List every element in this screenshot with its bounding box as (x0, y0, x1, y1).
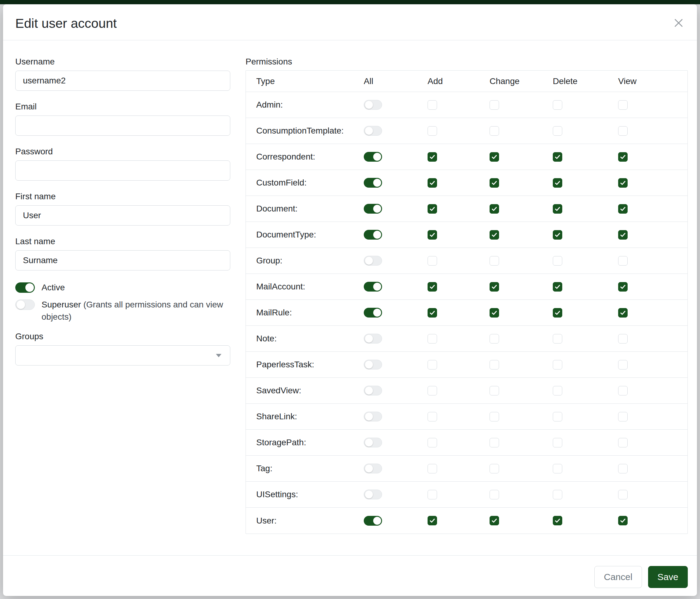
view-checkbox[interactable] (618, 256, 628, 266)
change-checkbox[interactable] (490, 100, 499, 110)
delete-checkbox[interactable] (553, 178, 562, 188)
add-checkbox[interactable] (428, 464, 437, 473)
all-toggle[interactable] (364, 516, 382, 526)
add-checkbox[interactable] (428, 334, 437, 343)
change-checkbox[interactable] (490, 308, 499, 317)
permission-type-label: ConsumptionTemplate: (246, 126, 353, 136)
all-toggle[interactable] (364, 256, 382, 266)
change-checkbox[interactable] (490, 152, 499, 162)
delete-checkbox[interactable] (553, 464, 562, 473)
close-button[interactable] (671, 16, 686, 31)
column-header-change: Change (479, 76, 543, 86)
add-checkbox[interactable] (428, 360, 437, 369)
change-checkbox[interactable] (490, 230, 499, 240)
change-checkbox[interactable] (490, 490, 499, 499)
view-checkbox[interactable] (618, 386, 628, 396)
add-checkbox[interactable] (428, 126, 437, 136)
delete-checkbox[interactable] (553, 360, 562, 369)
all-toggle[interactable] (364, 386, 382, 396)
view-checkbox[interactable] (618, 282, 628, 291)
permissions-panel: Permissions Type All Add Change Delete V… (246, 57, 688, 549)
view-checkbox[interactable] (618, 516, 628, 525)
change-checkbox[interactable] (490, 126, 499, 136)
view-checkbox[interactable] (618, 464, 628, 473)
delete-checkbox[interactable] (553, 386, 562, 396)
delete-checkbox[interactable] (553, 516, 562, 525)
delete-checkbox[interactable] (553, 204, 562, 214)
all-toggle[interactable] (364, 204, 382, 214)
password-input[interactable] (15, 161, 230, 181)
all-toggle[interactable] (364, 230, 382, 240)
add-checkbox[interactable] (428, 516, 437, 525)
view-checkbox[interactable] (618, 100, 628, 110)
view-checkbox[interactable] (618, 334, 628, 343)
add-checkbox[interactable] (428, 490, 437, 499)
add-checkbox[interactable] (428, 204, 437, 214)
cancel-button[interactable]: Cancel (594, 566, 642, 588)
groups-select[interactable] (15, 345, 230, 365)
all-toggle[interactable] (364, 438, 382, 448)
all-toggle[interactable] (364, 282, 382, 291)
superuser-toggle[interactable] (15, 300, 35, 310)
last-name-input[interactable] (15, 250, 230, 270)
view-checkbox[interactable] (618, 126, 628, 136)
delete-checkbox[interactable] (553, 152, 562, 162)
view-checkbox[interactable] (618, 152, 628, 162)
view-checkbox[interactable] (618, 360, 628, 369)
all-toggle[interactable] (364, 308, 382, 317)
all-toggle[interactable] (364, 360, 382, 369)
all-toggle[interactable] (364, 152, 382, 162)
all-toggle[interactable] (364, 100, 382, 110)
delete-checkbox[interactable] (553, 282, 562, 291)
all-toggle[interactable] (364, 412, 382, 422)
change-checkbox[interactable] (490, 282, 499, 291)
delete-checkbox[interactable] (553, 334, 562, 343)
change-checkbox[interactable] (490, 360, 499, 369)
view-checkbox[interactable] (618, 490, 628, 499)
change-checkbox[interactable] (490, 516, 499, 525)
add-checkbox[interactable] (428, 152, 437, 162)
delete-checkbox[interactable] (553, 100, 562, 110)
delete-checkbox[interactable] (553, 256, 562, 266)
delete-checkbox[interactable] (553, 412, 562, 422)
first-name-input[interactable] (15, 206, 230, 225)
email-input[interactable] (15, 116, 230, 136)
add-checkbox[interactable] (428, 178, 437, 188)
change-checkbox[interactable] (490, 334, 499, 343)
change-checkbox[interactable] (490, 178, 499, 188)
add-checkbox[interactable] (428, 230, 437, 240)
all-toggle[interactable] (364, 178, 382, 188)
all-toggle[interactable] (364, 489, 382, 499)
view-checkbox[interactable] (618, 204, 628, 214)
delete-checkbox[interactable] (553, 308, 562, 317)
add-checkbox[interactable] (428, 412, 437, 422)
all-toggle[interactable] (364, 463, 382, 473)
delete-checkbox[interactable] (553, 438, 562, 448)
delete-checkbox[interactable] (553, 126, 562, 136)
add-checkbox[interactable] (428, 438, 437, 448)
view-checkbox[interactable] (618, 308, 628, 317)
add-checkbox[interactable] (428, 256, 437, 266)
change-checkbox[interactable] (490, 386, 499, 396)
view-checkbox[interactable] (618, 438, 628, 448)
permission-row: StoragePath: (246, 430, 688, 456)
add-checkbox[interactable] (428, 100, 437, 110)
delete-checkbox[interactable] (553, 230, 562, 240)
change-checkbox[interactable] (490, 464, 499, 473)
all-toggle[interactable] (364, 334, 382, 343)
add-checkbox[interactable] (428, 282, 437, 291)
add-checkbox[interactable] (428, 308, 437, 317)
change-checkbox[interactable] (490, 438, 499, 448)
delete-checkbox[interactable] (553, 490, 562, 499)
save-button[interactable]: Save (648, 566, 688, 588)
change-checkbox[interactable] (490, 204, 499, 214)
view-checkbox[interactable] (618, 178, 628, 188)
change-checkbox[interactable] (490, 256, 499, 266)
change-checkbox[interactable] (490, 412, 499, 422)
view-checkbox[interactable] (618, 412, 628, 422)
active-toggle[interactable] (15, 282, 35, 293)
add-checkbox[interactable] (428, 386, 437, 396)
all-toggle[interactable] (364, 126, 382, 136)
view-checkbox[interactable] (618, 230, 628, 240)
username-input[interactable] (15, 71, 230, 91)
